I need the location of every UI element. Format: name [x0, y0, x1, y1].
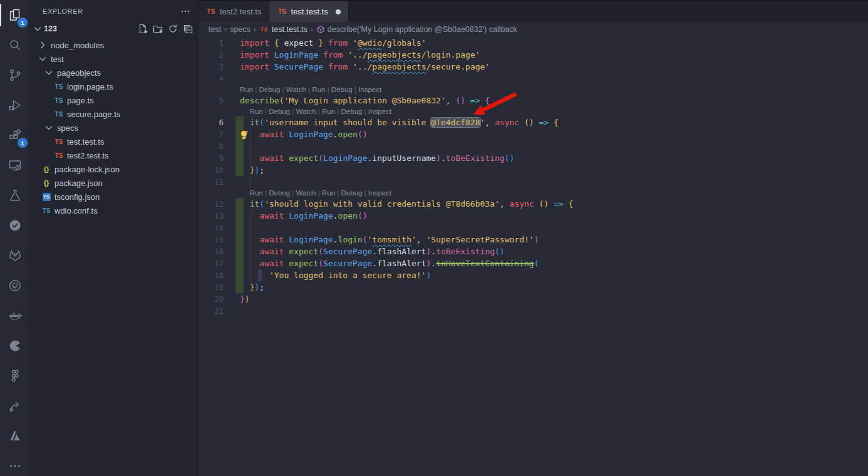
breadcrumb-item[interactable]: describe('My Login application @Sb0ae083…: [316, 25, 517, 34]
activitybar-item-github[interactable]: [0, 271, 30, 301]
activitybar-item-run-debug[interactable]: [0, 90, 30, 120]
code-token: it: [250, 118, 260, 127]
tree-item-test[interactable]: test: [30, 52, 198, 66]
activitybar-item-more-items[interactable]: [0, 451, 30, 476]
activitybar-item-testing[interactable]: [0, 180, 30, 210]
codelens-run-link[interactable]: Run: [240, 86, 253, 93]
code-token: import: [240, 62, 274, 71]
tree-item-wdio-conf-ts[interactable]: TSwdio.conf.ts: [30, 204, 198, 217]
code-line-10: 10 });: [199, 164, 868, 176]
tree-item-login-page-ts[interactable]: TSlogin.page.ts: [30, 80, 198, 93]
code-line-content[interactable]: }): [199, 293, 868, 305]
unsaved-changes-dot[interactable]: [336, 9, 341, 14]
tab-test2-test-ts[interactable]: TStest2.test.ts: [199, 1, 269, 22]
code-token: flashAlert: [377, 259, 426, 268]
breadcrumb-item[interactable]: TStest.test.ts: [259, 25, 307, 34]
line-number: 11: [199, 176, 224, 188]
activitybar-item-docker[interactable]: [0, 301, 30, 331]
code-token: async: [509, 199, 539, 209]
code-token: (): [455, 96, 465, 105]
activitybar-item-explorer[interactable]: 1: [0, 0, 30, 30]
activitybar-item-azure[interactable]: [0, 421, 30, 451]
gitlab-fox-icon: [8, 248, 23, 263]
code-line-content[interactable]: import { expect } from '@wdio/globals': [199, 37, 868, 49]
tree-item-package-json[interactable]: {}package.json: [30, 176, 198, 190]
activitybar-item-circle-logo[interactable]: [0, 331, 30, 361]
codelens-watch-link[interactable]: Watch: [286, 86, 306, 93]
tab-label: test.test.ts: [291, 7, 328, 16]
codelens-watch-link[interactable]: Watch: [296, 108, 316, 115]
codelens-debug-link[interactable]: Debug: [269, 108, 290, 115]
code-line-content[interactable]: await LoginPage.login('tomsmith', 'Super…: [199, 234, 868, 246]
code-line-content[interactable]: await expect(SecurePage.flashAlert).toHa…: [199, 257, 868, 269]
code-line-content[interactable]: });: [199, 281, 868, 293]
tree-item-pageobjects[interactable]: pageobjects: [30, 66, 198, 80]
breadcrumb-separator: ›: [253, 25, 257, 34]
code-token: ): [245, 294, 250, 304]
new-folder-icon[interactable]: [153, 24, 163, 34]
code-editor[interactable]: 1import { expect } from '@wdio/globals'2…: [199, 37, 868, 317]
code-line-content[interactable]: await expect(SecurePage.flashAlert).toBe…: [199, 246, 868, 257]
code-token: ): [436, 153, 441, 163]
tree-item-package-lock-json[interactable]: {}package-lock.json: [30, 162, 198, 176]
code-token: expect: [289, 259, 318, 268]
code-line-content[interactable]: it('should login with valid credentials …: [199, 198, 868, 210]
codelens-run-link[interactable]: Run: [250, 108, 263, 115]
codelens-debug-link[interactable]: Debug: [269, 189, 290, 197]
breadcrumb-item[interactable]: test: [209, 25, 221, 34]
codelens-debug-link[interactable]: Debug: [259, 86, 281, 93]
activitybar-item-extensions[interactable]: 1: [0, 120, 30, 150]
code-line-20: 20}): [199, 293, 868, 305]
tab-test-test-ts[interactable]: TStest.test.ts: [269, 1, 348, 22]
code-token: (: [259, 199, 264, 209]
activitybar-item-figma[interactable]: [0, 361, 30, 391]
collapse-all-icon[interactable]: [183, 24, 193, 34]
code-line-content[interactable]: 'You logged into a secure area!'): [199, 269, 868, 281]
code-token: 'My Login application @Sb0ae0832': [284, 96, 445, 105]
file-type-icon: {}: [41, 165, 51, 173]
codelens-debug-link[interactable]: Debug: [331, 86, 353, 93]
codelens-inspect-link[interactable]: Inspect: [368, 189, 391, 197]
tree-item-page-ts[interactable]: TSpage.ts: [30, 93, 198, 107]
new-file-icon[interactable]: [138, 24, 148, 34]
codelens-run-link[interactable]: Run: [312, 86, 325, 93]
activitybar-item-live-share[interactable]: [0, 391, 30, 421]
tree-item-label: test.test.ts: [67, 137, 104, 147]
codelens-run-link[interactable]: Run: [322, 189, 335, 197]
tree-item-tsconfig-json[interactable]: TStsconfig.json: [30, 190, 198, 204]
code-line-content[interactable]: });: [199, 164, 868, 176]
tree-item-specs[interactable]: specs: [30, 121, 198, 135]
code-line-content[interactable]: await LoginPage.open(): [199, 210, 868, 222]
refresh-icon[interactable]: [168, 24, 178, 34]
workspace-section-header[interactable]: 123: [30, 22, 198, 36]
activitybar-item-search[interactable]: [0, 30, 30, 60]
code-line-content[interactable]: it('username input should be visible @Te…: [199, 116, 868, 128]
activitybar-item-task-check[interactable]: [0, 210, 30, 241]
code-line-content[interactable]: import SecurePage from '../pageobjects/s…: [199, 61, 868, 73]
codelens-inspect-link[interactable]: Inspect: [358, 86, 381, 93]
codelens-inspect-link[interactable]: Inspect: [368, 108, 391, 115]
code-line-content[interactable]: await expect(LoginPage.inputUsername).to…: [199, 152, 868, 164]
tree-item-node-modules[interactable]: node_modules: [30, 38, 198, 52]
codelens-run-link[interactable]: Run: [322, 108, 335, 115]
explorer-more-actions-icon[interactable]: [180, 6, 190, 16]
code-token: (: [318, 153, 323, 163]
code-line-content[interactable]: await LoginPage.open(): [199, 128, 868, 140]
lightbulb-icon[interactable]: [239, 129, 249, 140]
codelens-debug-link[interactable]: Debug: [341, 189, 363, 197]
codelens-run-link[interactable]: Run: [250, 189, 263, 197]
tree-item-test2-test-ts[interactable]: TStest2.test.ts: [30, 148, 198, 162]
breadcrumb-item[interactable]: specs: [230, 25, 251, 34]
activitybar-item-source-control[interactable]: [0, 60, 30, 90]
code-line-content[interactable]: describe('My Login application @Sb0ae083…: [199, 95, 868, 106]
git-added-gutter-bar: [235, 257, 244, 269]
tree-item-secure-page-ts[interactable]: TSsecure.page.ts: [30, 107, 198, 121]
activitybar-item-gitlab-workflow[interactable]: [0, 241, 30, 271]
code-token: LoginPage: [289, 211, 333, 220]
code-token: expect: [289, 247, 318, 256]
tree-item-test-test-ts[interactable]: TStest.test.ts: [30, 135, 198, 148]
code-line-content[interactable]: import LoginPage from '../pageobjects/lo…: [199, 49, 868, 61]
codelens-watch-link[interactable]: Watch: [296, 189, 316, 197]
activitybar-item-remote-explorer[interactable]: [0, 150, 30, 180]
codelens-debug-link[interactable]: Debug: [341, 108, 363, 115]
